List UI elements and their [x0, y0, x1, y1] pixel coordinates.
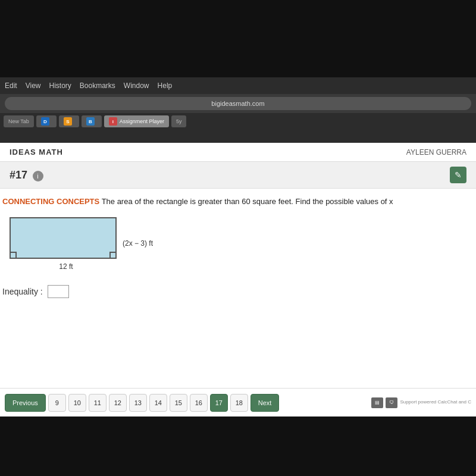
support-icon-1[interactable]: ▤ — [371, 397, 383, 408]
inequality-row: Inequality : — [0, 275, 476, 305]
info-icon[interactable]: i — [33, 171, 43, 181]
menu-bar: Edit View History Bookmarks Window Help — [0, 77, 476, 94]
support-text: Support powered CalcChat and C — [400, 399, 471, 405]
support-icon-2[interactable]: 🗨 — [386, 397, 397, 408]
site-header: IDEAS MATH AYLEEN GUERRA — [0, 143, 476, 162]
user-name: AYLEEN GUERRA — [406, 148, 466, 156]
page-9-button[interactable]: 9 — [48, 394, 66, 412]
black-top-bar — [0, 0, 476, 77]
tab-s[interactable]: S — [59, 115, 79, 127]
inequality-label: Inequality : — [2, 287, 43, 296]
browser-chrome: Edit View History Bookmarks Window Help … — [0, 77, 476, 143]
question-number: #17 — [10, 169, 27, 181]
url-text: bigideasmath.com — [211, 100, 264, 107]
page-13-button[interactable]: 13 — [129, 394, 147, 412]
tab-s-badge: S — [64, 117, 72, 126]
menu-edit[interactable]: Edit — [5, 82, 17, 90]
tab-5y-label: 5y — [176, 118, 182, 124]
page-10-button[interactable]: 10 — [68, 394, 86, 412]
inequality-input[interactable] — [48, 285, 69, 298]
page-17-button[interactable]: 17 — [210, 394, 228, 412]
site-logo: IDEAS MATH — [10, 148, 63, 156]
next-button[interactable]: Next — [250, 394, 280, 412]
tab-ap-badge: i — [109, 117, 117, 126]
page-content: IDEAS MATH AYLEEN GUERRA #17 i ✎ CONNECT… — [0, 143, 476, 416]
question-number-area: #17 i — [10, 169, 43, 181]
address-bar-row: bigideasmath.com — [0, 94, 476, 113]
edit-icon[interactable]: ✎ — [450, 167, 466, 183]
problem-description: The area of the rectangle is greater tha… — [102, 197, 393, 206]
connecting-label: CONNECTING CONCEPTS — [2, 197, 99, 206]
page-12-button[interactable]: 12 — [109, 394, 127, 412]
tab-newtab-label: New Tab — [8, 118, 29, 124]
tab-ap-label: Assignment Player — [120, 118, 164, 124]
next-label: Next — [258, 399, 272, 406]
previous-button[interactable]: Previous — [5, 394, 46, 412]
screen-wrapper: Edit View History Bookmarks Window Help … — [0, 0, 476, 476]
menu-window[interactable]: Window — [124, 82, 149, 90]
menu-bookmarks[interactable]: Bookmarks — [80, 82, 115, 90]
navigation-bar: Previous 9 10 11 12 13 14 15 16 17 18 Ne… — [0, 388, 476, 416]
page-18-button[interactable]: 18 — [230, 394, 248, 412]
black-bottom-bar — [0, 416, 476, 476]
support-icons: ▤ 🗨 Support powered CalcChat and C — [371, 397, 471, 408]
dimension-right: (2x − 3) ft — [123, 239, 153, 247]
tab-b-badge: B — [86, 117, 95, 126]
corner-bl — [11, 252, 17, 258]
menu-help[interactable]: Help — [158, 82, 173, 90]
tab-b[interactable]: B — [82, 115, 102, 127]
tabs-row: New Tab D S B i Assignment Player 5y — [0, 113, 476, 130]
tab-newtab[interactable]: New Tab — [4, 115, 34, 127]
question-header: #17 i ✎ — [0, 162, 476, 189]
rectangle-figure: 12 ft (2x − 3) ft — [10, 217, 123, 271]
problem-text-area: CONNECTING CONCEPTS The area of the rect… — [0, 189, 476, 212]
page-16-button[interactable]: 16 — [190, 394, 208, 412]
page-11-button[interactable]: 11 — [89, 394, 107, 412]
tab-5y[interactable]: 5y — [171, 115, 187, 127]
dimension-bottom: 12 ft — [10, 262, 123, 271]
page-14-button[interactable]: 14 — [149, 394, 167, 412]
tab-d[interactable]: D — [36, 115, 57, 127]
page-15-button[interactable]: 15 — [170, 394, 187, 412]
tab-assignment-player[interactable]: i Assignment Player — [104, 115, 169, 127]
menu-history[interactable]: History — [49, 82, 71, 90]
rectangle-shape — [10, 217, 117, 259]
previous-label: Previous — [12, 399, 38, 406]
corner-br — [109, 252, 115, 258]
tab-d-badge: D — [41, 117, 49, 126]
address-bar[interactable]: bigideasmath.com — [5, 97, 471, 110]
menu-view[interactable]: View — [26, 82, 41, 90]
diagram-area: 12 ft (2x − 3) ft — [0, 212, 476, 275]
